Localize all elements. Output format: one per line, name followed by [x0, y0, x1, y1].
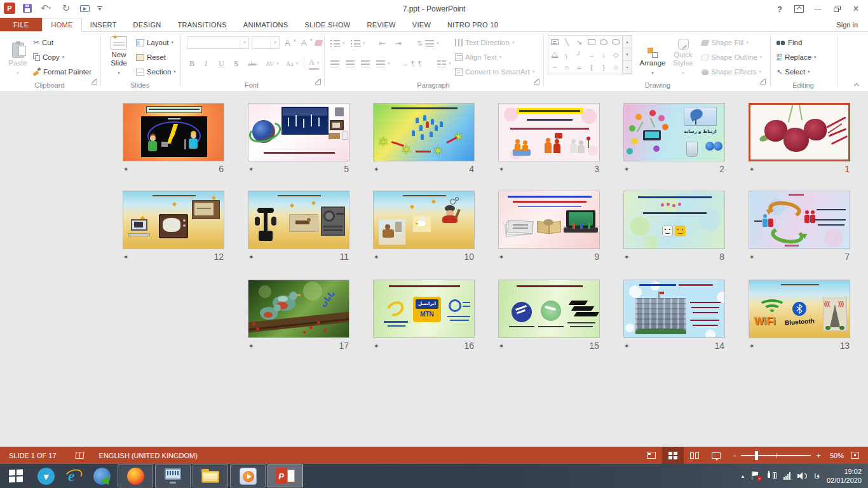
zoom-in-button[interactable]: +: [816, 451, 821, 460]
quick-styles-button[interactable]: Quick Styles ▾: [668, 35, 698, 77]
slide-cell-12[interactable]: ✶12: [123, 191, 224, 262]
slide-13-image[interactable]: WiFi Bluetooth ((( ))): [749, 280, 850, 338]
slide-cell-9[interactable]: ✶9: [498, 191, 600, 262]
close-button[interactable]: ×: [846, 0, 865, 18]
font-name-combo[interactable]: ▾: [187, 36, 249, 49]
collapse-ribbon-button[interactable]: [853, 83, 860, 88]
slide-counter[interactable]: SLIDE 1 OF 17: [9, 452, 57, 459]
zoom-slider[interactable]: [741, 455, 811, 456]
slide-show-button[interactable]: [705, 447, 727, 464]
slide-cell-14[interactable]: ✶14: [623, 280, 725, 351]
slide-cell-6[interactable]: ✶6: [123, 103, 224, 175]
elbow-connector-icon[interactable]: ┐: [564, 51, 569, 58]
tab-review[interactable]: REVIEW: [359, 18, 404, 31]
taskbar-internet-explorer-icon[interactable]: e: [60, 464, 88, 487]
numbering-button[interactable]: ▾: [351, 37, 365, 50]
taskbar-file-explorer-icon[interactable]: [193, 464, 228, 487]
grow-font-button[interactable]: A▲: [285, 36, 297, 49]
tab-view[interactable]: VIEW: [404, 18, 439, 31]
replace-button[interactable]: abac Replace▾: [776, 51, 817, 64]
bullets-button[interactable]: ▾: [330, 37, 345, 50]
line-shape-icon[interactable]: ╲: [565, 38, 569, 46]
taskbar-onscreen-keyboard-icon[interactable]: [155, 464, 191, 487]
format-painter-button[interactable]: Format Painter: [33, 65, 92, 78]
slide-16-image[interactable]: ایرانسل MTN: [373, 280, 475, 338]
arc-shape-icon[interactable]: ∩: [564, 64, 569, 71]
show-hidden-icons-button[interactable]: ▲: [740, 474, 745, 478]
left-brace-shape-icon[interactable]: {: [590, 64, 593, 71]
convert-to-smartart-button[interactable]: Convert to SmartArt▾: [455, 65, 534, 78]
copy-button[interactable]: Copy▾: [33, 51, 64, 64]
strikethrough-button[interactable]: abc: [248, 57, 257, 70]
slide-4-image[interactable]: ✶ ✶ ✶ ✶: [373, 103, 475, 161]
align-center-button[interactable]: [346, 57, 355, 70]
decrease-indent-button[interactable]: ⇤: [379, 37, 385, 50]
find-button[interactable]: Find: [776, 36, 802, 49]
taskbar-media-player-icon[interactable]: [230, 464, 266, 487]
diamond-shape-icon[interactable]: ◇: [613, 51, 618, 59]
shapes-grid[interactable]: ╲ ↘ ┐ ┘ → ↓ ◇ ~ ∩ ≈ { } ☆: [548, 35, 623, 74]
layout-button[interactable]: Layout▾: [136, 36, 173, 49]
down-arrow-shape-icon[interactable]: ↓: [602, 51, 606, 58]
font-color-button[interactable]: A▾: [309, 57, 319, 70]
tab-file[interactable]: FILE: [0, 18, 42, 31]
slide-cell-2[interactable]: ارتباط و رسانه ✶2: [623, 103, 725, 175]
reset-button[interactable]: Reset: [136, 51, 166, 64]
taskbar-telegram-icon[interactable]: ▶: [32, 464, 60, 487]
change-case-button[interactable]: Aa▾: [286, 57, 298, 70]
font-size-combo[interactable]: ▾: [252, 36, 280, 49]
clear-formatting-button[interactable]: [315, 36, 322, 49]
align-right-button[interactable]: [361, 57, 370, 70]
reading-view-button[interactable]: [684, 447, 705, 464]
slide-cell-5[interactable]: ✶5: [248, 103, 349, 175]
text-direction-button[interactable]: Text Direction▾: [455, 36, 514, 49]
slide-cell-11[interactable]: ✶11: [248, 191, 349, 262]
curve-shape-icon[interactable]: ≈: [577, 64, 581, 71]
ribbon-display-options-button[interactable]: [789, 0, 808, 18]
shape-outline-button[interactable]: Shape Outline▾: [702, 51, 762, 64]
taskbar-download-manager-icon[interactable]: [88, 464, 116, 487]
zoom-level[interactable]: 50%: [830, 452, 844, 459]
slide-11-image[interactable]: [248, 191, 349, 249]
fit-slide-to-window-button[interactable]: [844, 447, 865, 464]
slide-cell-16[interactable]: ایرانسل MTN ✶16: [373, 280, 475, 351]
tab-transitions[interactable]: TRANSITIONS: [170, 18, 235, 31]
elbow-arrow-connector-icon[interactable]: ┘: [576, 51, 581, 58]
character-spacing-button[interactable]: AV▾: [266, 57, 279, 70]
slide-cell-4[interactable]: ✶ ✶ ✶ ✶ ✶4: [373, 103, 475, 175]
slide-12-image[interactable]: [123, 191, 224, 249]
slide-8-image[interactable]: [623, 191, 725, 249]
shrink-font-button[interactable]: A▼: [301, 36, 313, 49]
align-text-button[interactable]: Align Text▾: [455, 51, 501, 64]
section-button[interactable]: Section▾: [136, 65, 176, 78]
font-dialog-launcher[interactable]: [315, 79, 321, 85]
network-signal-icon[interactable]: [783, 472, 790, 480]
text-box-shape-icon[interactable]: [551, 39, 559, 45]
shapes-more-button[interactable]: ▾: [623, 61, 632, 74]
volume-icon[interactable]: [797, 472, 807, 480]
sign-in-link[interactable]: Sign in: [836, 18, 868, 31]
slide-10-image[interactable]: [373, 191, 475, 249]
help-button[interactable]: ?: [770, 0, 789, 18]
zoom-slider-handle[interactable]: [755, 451, 758, 460]
normal-view-button[interactable]: [641, 447, 662, 464]
spell-check-button[interactable]: [76, 452, 84, 459]
power-icon[interactable]: [768, 471, 776, 480]
slide-17-image[interactable]: پایان: [248, 280, 349, 338]
cut-button[interactable]: ✂ Cut: [33, 36, 53, 49]
input-language-indicator[interactable]: فا: [814, 472, 820, 480]
oval-shape-icon[interactable]: [600, 39, 607, 45]
tab-animations[interactable]: ANIMATIONS: [235, 18, 297, 31]
select-button[interactable]: ↖ Select▾: [776, 65, 810, 78]
slide-cell-3[interactable]: ✶3: [498, 103, 600, 175]
action-center-icon[interactable]: ×: [752, 471, 761, 480]
start-button[interactable]: [0, 464, 32, 487]
paste-button[interactable]: Paste ▾: [6, 35, 29, 77]
underline-button[interactable]: U: [219, 57, 224, 70]
language-indicator[interactable]: ENGLISH (UNITED KINGDOM): [99, 452, 198, 459]
slide-sorter-area[interactable]: ✶6 ✶5: [0, 92, 868, 447]
slide-cell-8[interactable]: ✶8: [623, 191, 725, 262]
line-spacing-button[interactable]: ⇅ ▾: [417, 37, 439, 50]
paragraph-dialog-launcher[interactable]: [534, 79, 539, 85]
restore-button[interactable]: [827, 0, 846, 18]
